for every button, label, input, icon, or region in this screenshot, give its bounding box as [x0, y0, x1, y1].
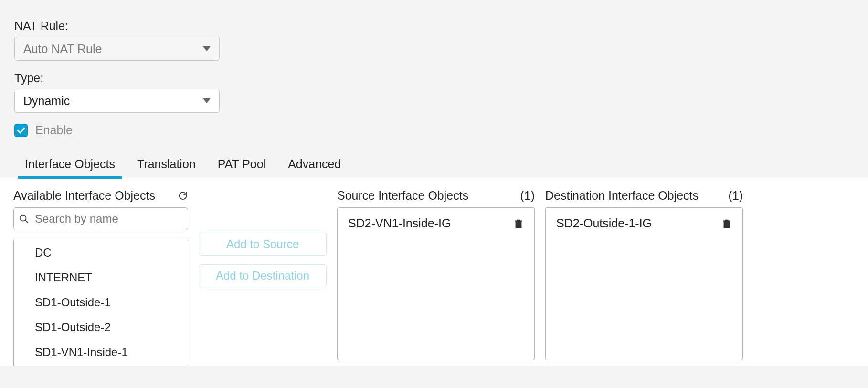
- svg-line-1: [25, 220, 28, 223]
- dest-header: Destination Interface Objects: [545, 189, 699, 203]
- list-item[interactable]: SD1-Outside-1: [14, 290, 188, 315]
- enable-checkbox[interactable]: [14, 124, 28, 137]
- refresh-button[interactable]: [178, 191, 188, 201]
- nat-rule-value: Auto NAT Rule: [23, 42, 102, 56]
- source-header: Source Interface Objects: [337, 189, 468, 203]
- source-panel: SD2-VN1-Inside-IG: [337, 207, 535, 360]
- list-item[interactable]: SD1-VN1-Inside-1: [14, 340, 188, 365]
- dest-count: (1): [728, 189, 743, 203]
- check-icon: [16, 126, 26, 135]
- refresh-icon: [178, 191, 188, 201]
- add-to-destination-button[interactable]: Add to Destination: [199, 264, 327, 287]
- type-value: Dynamic: [23, 94, 70, 108]
- add-to-source-button[interactable]: Add to Source: [199, 233, 327, 256]
- enable-label: Enable: [35, 123, 73, 137]
- list-item[interactable]: DC: [14, 240, 188, 265]
- chevron-down-icon: [203, 98, 211, 103]
- list-item[interactable]: INTERNET: [14, 265, 188, 290]
- type-select[interactable]: Dynamic: [14, 89, 220, 113]
- source-count: (1): [520, 189, 535, 203]
- tab-interface-objects[interactable]: Interface Objects: [25, 157, 115, 178]
- list-item[interactable]: SD1-Outside-2: [14, 315, 188, 340]
- tab-translation[interactable]: Translation: [137, 157, 196, 178]
- nat-rule-select[interactable]: Auto NAT Rule: [14, 37, 220, 61]
- search-input-wrap[interactable]: [13, 207, 188, 230]
- delete-source-button[interactable]: [513, 218, 524, 229]
- dest-item-label: SD2-Outside-1-IG: [556, 216, 652, 230]
- tab-pat-pool[interactable]: PAT Pool: [218, 157, 266, 178]
- svg-point-0: [20, 215, 26, 221]
- search-input[interactable]: [34, 212, 183, 226]
- delete-dest-button[interactable]: [721, 218, 732, 229]
- available-header: Available Interface Objects: [13, 189, 155, 203]
- type-label: Type:: [14, 71, 854, 85]
- nat-rule-label: NAT Rule:: [14, 19, 854, 33]
- trash-icon: [721, 218, 732, 229]
- destination-panel: SD2-Outside-1-IG: [545, 207, 743, 360]
- trash-icon: [513, 218, 524, 229]
- source-item-label: SD2-VN1-Inside-IG: [348, 216, 451, 230]
- chevron-down-icon: [203, 46, 211, 51]
- tab-advanced[interactable]: Advanced: [288, 157, 341, 178]
- search-icon: [19, 214, 29, 224]
- available-list[interactable]: DC INTERNET SD1-Outside-1 SD1-Outside-2 …: [13, 240, 188, 366]
